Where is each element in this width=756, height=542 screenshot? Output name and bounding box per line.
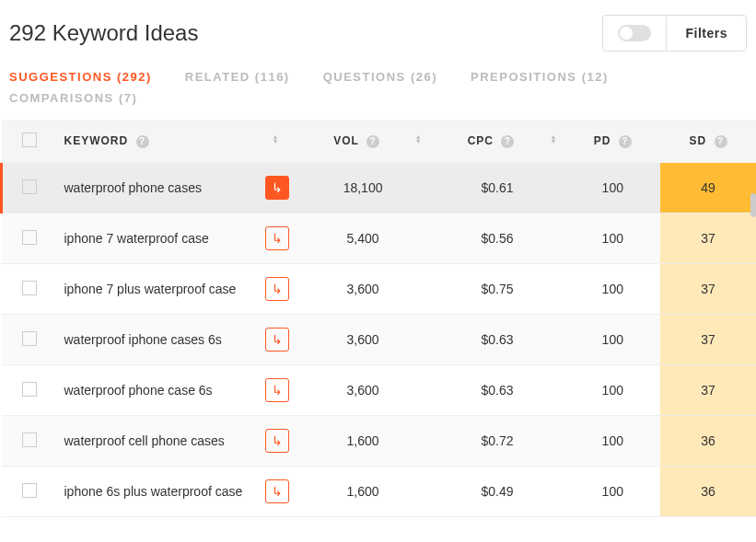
cpc-cell: $0.61 <box>430 163 565 213</box>
help-icon[interactable]: ? <box>619 135 632 148</box>
cpc-label: CPC <box>468 134 494 147</box>
row-checkbox[interactable] <box>22 331 37 346</box>
vol-label: VOL <box>333 134 358 147</box>
pd-cell: 100 <box>564 163 660 213</box>
pd-cell: 100 <box>564 264 660 315</box>
sd-cell: 37 <box>660 315 756 365</box>
arrow-right-icon: ↳ <box>272 181 283 194</box>
arrow-right-icon: ↳ <box>272 232 283 245</box>
arrow-right-icon: ↳ <box>272 485 283 498</box>
pd-label: PD <box>594 134 611 147</box>
expand-keyword-button[interactable]: ↳ <box>265 479 289 503</box>
expand-keyword-button[interactable]: ↳ <box>265 226 289 250</box>
sd-cell: 37 <box>660 213 756 264</box>
keyword-text: waterproof cell phone cases <box>64 432 258 449</box>
cpc-cell: $0.72 <box>430 416 565 467</box>
tab-0[interactable]: SUGGESTIONS (292) <box>9 66 152 87</box>
tab-2[interactable]: QUESTIONS (26) <box>323 66 437 87</box>
select-all-checkbox[interactable] <box>22 133 37 147</box>
table-row: iphone 6s plus waterproof case↳1,600$0.4… <box>2 467 757 517</box>
table-row: waterproof phone case 6s↳3,600$0.6310037 <box>2 365 757 416</box>
cpc-cell: $0.63 <box>430 365 565 416</box>
sort-icon[interactable]: ▲▼ <box>415 134 423 144</box>
keyword-text: iphone 7 plus waterproof case <box>64 281 258 297</box>
row-checkbox[interactable] <box>22 483 37 498</box>
sd-cell: 37 <box>660 365 756 416</box>
table-row: waterproof cell phone cases↳1,600$0.7210… <box>2 416 757 467</box>
pd-cell: 100 <box>564 315 660 365</box>
table-row: waterproof iphone cases 6s↳3,600$0.63100… <box>2 315 757 365</box>
column-header-keyword[interactable]: KEYWORD ? ▲▼ <box>57 120 297 163</box>
row-checkbox[interactable] <box>22 230 37 245</box>
arrow-right-icon: ↳ <box>272 384 283 397</box>
keyword-text: waterproof phone cases <box>64 179 258 196</box>
vol-cell: 1,600 <box>297 416 430 467</box>
page-title: 292 Keyword Ideas <box>9 20 198 46</box>
help-icon[interactable]: ? <box>501 135 514 148</box>
arrow-right-icon: ↳ <box>272 434 283 447</box>
cpc-cell: $0.56 <box>430 213 565 264</box>
header-controls: Filters <box>602 15 747 52</box>
expand-keyword-button[interactable]: ↳ <box>265 277 289 301</box>
row-checkbox[interactable] <box>22 382 37 397</box>
tab-3[interactable]: PREPOSITIONS (12) <box>471 66 609 87</box>
sd-cell: 36 <box>660 416 756 467</box>
tab-1[interactable]: RELATED (116) <box>185 66 290 87</box>
expand-keyword-button[interactable]: ↳ <box>265 176 289 200</box>
column-header-sd[interactable]: SD ? <box>660 120 756 163</box>
arrow-right-icon: ↳ <box>272 283 283 295</box>
expand-keyword-button[interactable]: ↳ <box>265 378 289 402</box>
scrollbar-indicator[interactable] <box>750 193 756 217</box>
sd-cell: 37 <box>660 264 756 315</box>
toggle-switch[interactable] <box>603 16 666 51</box>
arrow-right-icon: ↳ <box>272 333 283 346</box>
vol-cell: 3,600 <box>297 315 430 365</box>
keyword-text: iphone 7 waterproof case <box>64 230 258 247</box>
keyword-label: KEYWORD <box>64 134 129 147</box>
expand-keyword-button[interactable]: ↳ <box>265 328 289 352</box>
column-header-checkbox <box>2 120 57 163</box>
tabs-nav: SUGGESTIONS (292)RELATED (116)QUESTIONS … <box>0 59 756 120</box>
cpc-cell: $0.75 <box>430 264 565 315</box>
tab-4[interactable]: COMPARISONS (7) <box>9 87 137 109</box>
expand-keyword-button[interactable]: ↳ <box>265 429 289 453</box>
column-header-cpc[interactable]: CPC ? ▲▼ <box>430 120 565 163</box>
column-header-vol[interactable]: VOL ? ▲▼ <box>297 120 430 163</box>
keyword-text: iphone 6s plus waterproof case <box>64 483 258 500</box>
sd-cell: 36 <box>660 467 756 517</box>
help-icon[interactable]: ? <box>136 135 149 148</box>
cpc-cell: $0.49 <box>430 467 565 517</box>
vol-cell: 18,100 <box>297 163 430 213</box>
column-header-pd[interactable]: PD ? <box>564 120 660 163</box>
keywords-table: KEYWORD ? ▲▼ VOL ? ▲▼ CPC ? ▲▼ PD ? SD ? <box>0 120 756 517</box>
row-checkbox[interactable] <box>22 179 37 194</box>
vol-cell: 3,600 <box>297 365 430 416</box>
table-row: iphone 7 plus waterproof case↳3,600$0.75… <box>2 264 757 315</box>
row-checkbox[interactable] <box>22 281 37 295</box>
keyword-text: waterproof phone case 6s <box>64 382 258 398</box>
sd-cell: 49 <box>660 163 756 213</box>
vol-cell: 3,600 <box>297 264 430 315</box>
table-row: waterproof phone cases↳18,100$0.6110049 <box>2 163 757 213</box>
pd-cell: 100 <box>564 416 660 467</box>
pd-cell: 100 <box>564 467 660 517</box>
sort-icon[interactable]: ▲▼ <box>273 134 280 144</box>
pd-cell: 100 <box>564 365 660 416</box>
vol-cell: 5,400 <box>297 213 430 264</box>
help-icon[interactable]: ? <box>715 135 727 148</box>
filters-button[interactable]: Filters <box>666 17 746 50</box>
help-icon[interactable]: ? <box>366 135 379 148</box>
keyword-text: waterproof iphone cases 6s <box>64 331 258 348</box>
sort-icon[interactable]: ▲▼ <box>550 134 557 144</box>
pd-cell: 100 <box>564 213 660 264</box>
sd-label: SD <box>690 134 707 147</box>
vol-cell: 1,600 <box>297 467 430 517</box>
cpc-cell: $0.63 <box>430 315 565 365</box>
table-row: iphone 7 waterproof case↳5,400$0.5610037 <box>2 213 757 264</box>
row-checkbox[interactable] <box>22 432 37 447</box>
